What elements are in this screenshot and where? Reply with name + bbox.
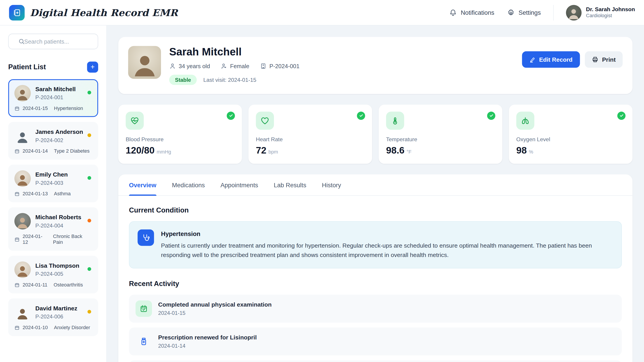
record-tabs-card: Overview Medications Appointments Lab Re… bbox=[118, 174, 632, 362]
calendar-icon bbox=[14, 148, 20, 154]
status-dot bbox=[88, 219, 91, 223]
patient-list-item-lisa-thompson[interactable]: Lisa Thompson P-2024-005 2024-01-11 Oste… bbox=[8, 256, 98, 293]
activity-title: Completed annual physical examination bbox=[158, 301, 272, 308]
patient-last-date: 2024-01-15 bbox=[22, 105, 48, 111]
status-badge: Stable bbox=[169, 75, 197, 85]
patient-condition: Chronic Back Pain bbox=[53, 234, 92, 245]
thermometer-icon bbox=[386, 111, 404, 130]
patient-condition: Osteoarthritis bbox=[54, 282, 83, 288]
patient-avatar bbox=[14, 128, 31, 144]
user-info: Dr. Sarah Johnson Cardiologist bbox=[586, 6, 635, 19]
patient-list-item-david-martinez[interactable]: David Martinez P-2024-006 2024-01-10 Anx… bbox=[8, 298, 98, 336]
check-circle-icon bbox=[227, 111, 235, 120]
last-visit-text: Last visit: 2024-01-15 bbox=[203, 77, 256, 83]
gender-icon bbox=[221, 62, 227, 69]
vital-unit: bpm bbox=[268, 149, 278, 155]
status-dot bbox=[88, 267, 91, 271]
vital-unit: °F bbox=[406, 149, 412, 155]
patient-list: Sarah Mitchell P-2024-001 2024-01-15 Hyp… bbox=[8, 79, 98, 336]
heart-pulse-icon bbox=[126, 111, 144, 130]
vitals-row: Blood Pressure 120/80mmHg Heart Rate 72b… bbox=[118, 105, 632, 164]
condition-content: Hypertension Patient is currently under … bbox=[161, 229, 613, 260]
activity-item: Completed annual physical examination 20… bbox=[129, 295, 622, 323]
vital-unit: mmHg bbox=[156, 149, 171, 155]
patient-name: David Martinez bbox=[35, 305, 77, 312]
tab-lab-results[interactable]: Lab Results bbox=[274, 174, 306, 195]
patient-list-item-michael-roberts[interactable]: Michael Roberts P-2024-004 2024-01-12 Ch… bbox=[8, 207, 98, 251]
patient-name: Michael Roberts bbox=[35, 214, 82, 221]
patient-id: P-2024-005 bbox=[35, 271, 80, 277]
vital-value: 120/80mmHg bbox=[126, 145, 234, 156]
patient-summary: Sarah Mitchell 34 years old bbox=[169, 46, 300, 85]
condition-name: Hypertension bbox=[161, 230, 613, 237]
patient-id: P-2024-001 bbox=[35, 94, 76, 100]
header-divider bbox=[553, 5, 554, 20]
patient-name: James Anderson bbox=[35, 128, 83, 136]
user-name: Dr. Sarah Johnson bbox=[586, 6, 635, 13]
calendar-check-icon bbox=[136, 300, 152, 317]
patient-list-item-james-anderson[interactable]: James Anderson P-2024-002 2024-01-14 Typ… bbox=[8, 122, 98, 160]
calendar-icon bbox=[14, 325, 20, 330]
vital-label: Temperature bbox=[386, 136, 495, 142]
patient-age: 34 years old bbox=[169, 62, 210, 69]
pencil-icon bbox=[529, 56, 536, 63]
patient-list-item-sarah-mitchell[interactable]: Sarah Mitchell P-2024-001 2024-01-15 Hyp… bbox=[8, 79, 98, 117]
tab-history[interactable]: History bbox=[322, 174, 341, 195]
medical-record-icon bbox=[12, 8, 21, 17]
patient-gender: Female bbox=[221, 62, 249, 69]
patient-condition: Anxiety Disorder bbox=[54, 325, 90, 331]
tab-medications[interactable]: Medications bbox=[172, 174, 205, 195]
condition-card: Hypertension Patient is currently under … bbox=[129, 221, 622, 268]
patient-id: P-2024-004 bbox=[35, 222, 82, 229]
calendar-icon bbox=[14, 237, 20, 242]
patient-last-date: 2024-01-10 bbox=[22, 325, 48, 331]
calendar-icon bbox=[14, 282, 20, 288]
lungs-icon bbox=[516, 111, 534, 130]
gear-icon bbox=[507, 8, 515, 17]
calendar-icon bbox=[14, 191, 20, 196]
settings-button[interactable]: Settings bbox=[507, 8, 541, 17]
patient-condition: Asthma bbox=[54, 191, 71, 197]
vital-card-temperature: Temperature 98.6°F bbox=[378, 105, 502, 164]
patient-last-date: 2024-01-13 bbox=[22, 191, 48, 197]
heart-icon bbox=[256, 111, 274, 130]
check-circle-icon bbox=[487, 111, 495, 120]
check-circle-icon bbox=[357, 111, 365, 120]
status-dot bbox=[88, 310, 91, 314]
overview-panel: Current Condition Hypertension Patient i… bbox=[118, 196, 632, 362]
add-patient-button[interactable]: + bbox=[87, 62, 98, 73]
tab-overview[interactable]: Overview bbox=[129, 174, 156, 195]
vital-card-oxygen-level: Oxygen Level 98% bbox=[509, 105, 632, 164]
tab-appointments[interactable]: Appointments bbox=[220, 174, 258, 195]
patient-id: P-2024-006 bbox=[35, 314, 77, 320]
search-box bbox=[8, 34, 98, 49]
user-profile[interactable]: Dr. Sarah Johnson Cardiologist bbox=[566, 5, 635, 20]
recent-activity-title: Recent Activity bbox=[129, 280, 622, 288]
patient-name: Emily Chen bbox=[35, 171, 68, 178]
app-window: Digital Health Record EMR Notifications bbox=[0, 0, 644, 362]
activity-item: Prescription renewed for Lisinopril 2024… bbox=[129, 327, 622, 355]
edit-record-button[interactable]: Edit Record bbox=[522, 51, 580, 68]
app-title: Digital Health Record EMR bbox=[30, 7, 178, 18]
top-bar: Digital Health Record EMR Notifications bbox=[0, 0, 644, 25]
notifications-button[interactable]: Notifications bbox=[449, 8, 494, 17]
calendar-icon bbox=[14, 106, 20, 111]
top-nav: Notifications Settings Dr. Sarah Johnson bbox=[449, 5, 635, 20]
vital-label: Oxygen Level bbox=[516, 136, 625, 142]
tab-bar: Overview Medications Appointments Lab Re… bbox=[118, 174, 632, 196]
person-icon bbox=[169, 62, 176, 69]
printer-icon bbox=[592, 56, 598, 63]
pill-bottle-icon bbox=[136, 333, 152, 350]
vital-card-heart-rate: Heart Rate 72bpm bbox=[248, 105, 372, 164]
patient-list-item-emily-chen[interactable]: Emily Chen P-2024-003 2024-01-13 Asthma bbox=[8, 165, 98, 202]
patient-condition: Type 2 Diabetes bbox=[54, 148, 90, 154]
vital-value: 98% bbox=[516, 145, 625, 156]
patient-sidebar: Patient List + Sarah Mitchell P-2024-001 bbox=[0, 25, 107, 362]
current-condition-title: Current Condition bbox=[129, 206, 622, 215]
patient-avatar bbox=[14, 170, 31, 187]
vital-label: Heart Rate bbox=[256, 136, 365, 142]
patient-id: P-2024-002 bbox=[35, 137, 83, 143]
activity-date: 2024-01-14 bbox=[158, 343, 257, 349]
print-button[interactable]: Print bbox=[585, 51, 622, 68]
patient-id: P-2024-003 bbox=[35, 180, 68, 186]
